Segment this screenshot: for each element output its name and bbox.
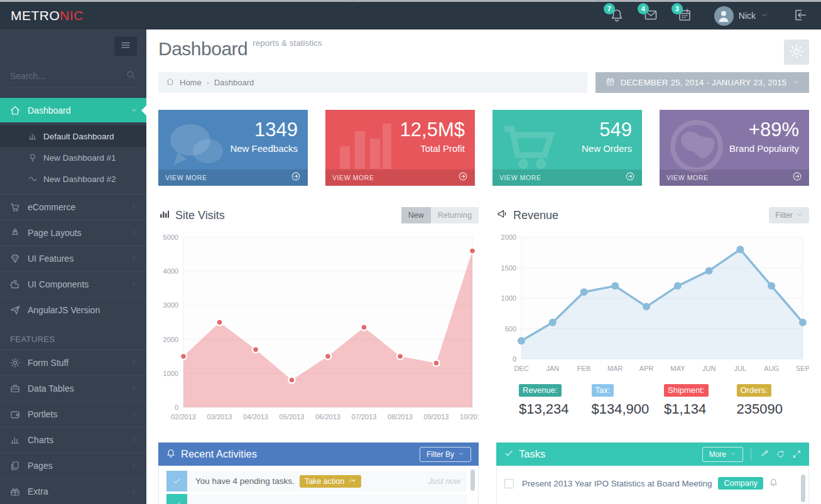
logout-button[interactable] (792, 8, 808, 24)
chevron-down-icon (458, 450, 464, 459)
arrow-right-circle-icon (792, 171, 802, 184)
tasks-panel: Tasks More Present 2013 Year IPO Statist… (496, 442, 809, 504)
view-more-link[interactable]: VIEW MORE (158, 169, 308, 186)
tasks-reload-button[interactable] (775, 449, 785, 459)
page-settings-button[interactable] (784, 40, 809, 65)
svg-text:0: 0 (175, 404, 178, 411)
sidebar-item-label: UI Features (28, 254, 73, 264)
svg-text:FEB: FEB (577, 365, 590, 372)
sidebar-item-charts[interactable]: Charts (0, 427, 146, 453)
sidebar-toggler-button[interactable] (114, 36, 137, 56)
stat-card-total-profit: 12,5M$ Total Profit VIEW MORE (325, 110, 475, 186)
stat-card-brand-popularity: +89% Brand Popularity VIEW MORE (660, 110, 809, 186)
stat-value: 549 (582, 119, 632, 141)
svg-text:JAN: JAN (546, 365, 559, 372)
svg-text:APR: APR (639, 365, 654, 372)
sidebar-item-portlets[interactable]: Portlets (0, 401, 146, 427)
sidebar-item-label: Charts (28, 435, 53, 445)
pages-icon (9, 460, 21, 471)
chevron-left-icon (131, 383, 138, 394)
site-visits-title: Site Visits (175, 209, 225, 222)
sidebar-item-dashboard[interactable]: Dashboard (0, 98, 146, 122)
bell-icon (769, 478, 778, 490)
task-checkbox[interactable] (504, 479, 514, 488)
view-more-label: VIEW MORE (332, 174, 374, 181)
svg-text:4000: 4000 (163, 267, 178, 275)
tab-new[interactable]: New (401, 207, 431, 223)
notification-icons: 7 4 3 (609, 8, 693, 24)
chevron-down-icon (131, 105, 138, 115)
date-range-picker[interactable]: DECEMBER 25, 2014 - JANUARY 23, 2015 (595, 72, 809, 93)
svg-text:06/2013: 06/2013 (315, 413, 340, 421)
sidebar-item-form-stuff[interactable]: Form Stuff (0, 350, 146, 375)
sidebar-item-extra[interactable]: Extra (0, 478, 146, 504)
bell-notification-button[interactable]: 7 (609, 8, 625, 24)
bar-chart-icon (158, 208, 170, 223)
user-menu[interactable]: Nick (714, 6, 768, 26)
calendar-notification-button[interactable]: 3 (677, 8, 693, 24)
view-more-link[interactable]: VIEW MORE (660, 169, 809, 186)
page-subtitle: reports & statistics (253, 38, 322, 48)
tasks-config-button[interactable] (759, 449, 769, 459)
svg-text:03/2013: 03/2013 (207, 413, 232, 421)
search-button[interactable] (126, 70, 136, 82)
comments-solid-icon (161, 116, 230, 176)
view-more-link[interactable]: VIEW MORE (325, 169, 475, 186)
svg-text:1000: 1000 (163, 370, 178, 377)
tasks-fullscreen-button[interactable] (791, 449, 802, 459)
sidebar-item-ui-components[interactable]: UI Components (0, 271, 146, 297)
revenue-stat-revenue: Revenue: $13,234 (519, 384, 592, 417)
filter-by-label: Filter By (427, 450, 454, 459)
breadcrumb-home[interactable]: Home (180, 78, 202, 87)
task-row: Present 2013 Year IPO Statistics at Boar… (504, 477, 797, 490)
scrollbar-thumb[interactable] (801, 475, 805, 502)
view-more-label: VIEW MORE (666, 174, 709, 181)
stat-value: +89% (729, 119, 799, 141)
revenue-filter-button[interactable]: Filter (769, 207, 809, 223)
sidebar-item-ui-features[interactable]: UI Features (0, 245, 146, 271)
sidebar-item-ecommerce[interactable]: eCommerce (0, 194, 146, 220)
svg-text:500: 500 (505, 325, 516, 333)
sidebar-item-angularjs-version[interactable]: AngularJS Version (0, 297, 146, 323)
chevron-left-icon (131, 202, 138, 212)
search-input[interactable] (10, 71, 126, 81)
svg-text:5000: 5000 (163, 233, 178, 241)
task-badge: Company (718, 477, 763, 490)
sidebar-subitem-new-dashboard-1[interactable]: New Dashboard #1 (0, 147, 146, 168)
chevron-left-icon (131, 358, 138, 368)
sidebar-subitem-default-dashboard[interactable]: Default Dashboard (0, 126, 146, 147)
date-range-label: DECEMBER 25, 2014 - JANUARY 23, 2015 (621, 78, 787, 87)
sidebar-item-pages[interactable]: Pages (0, 453, 146, 478)
page-title: Dashboard (158, 38, 247, 60)
bell-icon (609, 15, 624, 24)
take-action-button[interactable]: Take action (300, 475, 361, 488)
bars-icon (9, 434, 21, 446)
gear-icon (9, 357, 21, 368)
browser-edge (0, 0, 821, 2)
svg-text:04/2013: 04/2013 (243, 413, 268, 421)
view-more-label: VIEW MORE (165, 174, 207, 181)
envelope-notification-button[interactable]: 4 (643, 8, 659, 24)
svg-text:08/2013: 08/2013 (388, 413, 413, 421)
sidebar-item-label: Data Tables (28, 383, 74, 394)
tasks-more-button[interactable]: More (702, 447, 743, 462)
stat-label: New Feedbacks (230, 143, 298, 154)
sidebar-item-data-tables[interactable]: Data Tables (0, 375, 146, 401)
chevron-left-icon (131, 486, 138, 496)
sidebar-item-page-layouts[interactable]: Page Layouts (0, 220, 146, 245)
refresh-icon (776, 451, 785, 461)
sidebar-search (10, 65, 136, 88)
sidebar-subitem-new-dashboard-2[interactable]: New Dashboard #2 (0, 168, 146, 190)
sidebar-section-label: FEATURES (0, 323, 146, 350)
stat-value: $13,234 (519, 401, 592, 417)
scrollbar-thumb[interactable] (470, 469, 475, 491)
view-more-label: VIEW MORE (499, 174, 541, 181)
tab-returning[interactable]: Returning (431, 207, 479, 223)
revenue-portlet: Revenue Filter 0500100015002000DECJANFEB… (496, 205, 809, 424)
arrow-right-circle-icon (291, 171, 301, 184)
app-logo[interactable]: METRONIC (0, 8, 146, 23)
sidebar: Dashboard Default Dashboard New Dashboar… (0, 29, 146, 504)
view-more-link[interactable]: VIEW MORE (492, 169, 642, 186)
activities-filter-by-button[interactable]: Filter By (420, 447, 471, 462)
filter-label: Filter (775, 211, 793, 220)
